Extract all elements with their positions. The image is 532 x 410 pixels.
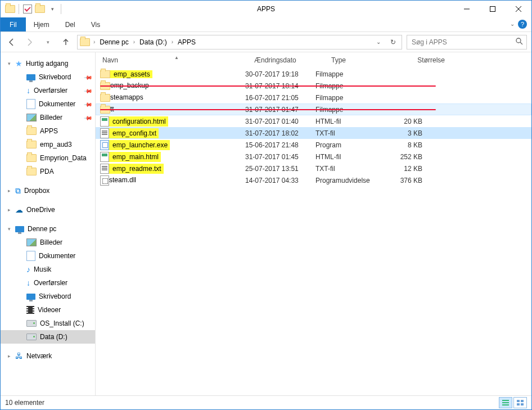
file-row[interactable]: emp_backup31-07-2017 18:14Filmappe [96,80,531,92]
app-icon[interactable] [4,3,16,15]
file-row[interactable]: emp_main.html31-07-2017 01:45HTML-fil252… [96,151,531,163]
file-list[interactable]: Navn▲ Ændringsdato Type Størrelse emp_as… [96,52,531,395]
exef-icon [100,140,109,150]
txtf-icon [100,128,109,138]
search-icon[interactable] [515,37,523,47]
nav-item[interactable]: OS_Install (C:) [1,317,95,330]
nav-network[interactable]: ▸🖧Netværk [1,349,95,363]
ribbon-expand-icon[interactable]: ⌄ [510,21,515,27]
document-icon [26,99,35,109]
up-button[interactable] [59,35,73,49]
nav-item[interactable]: Skrivebord [1,290,95,303]
ribbon: Fil Hjem Del Vis ⌄ ? [1,17,531,32]
red-annotation [100,109,436,110]
pin-icon: 📌 [84,73,93,82]
recent-dropdown-icon[interactable]: ▾ [41,35,55,49]
caret-down-icon[interactable]: ▾ [6,61,12,66]
file-name: steam.dll [109,176,136,184]
file-row[interactable]: configuration.html31-07-2017 01:40HTML-f… [96,115,531,127]
star-icon: ★ [15,59,22,68]
refresh-icon[interactable]: ↻ [387,38,399,46]
file-row[interactable]: emp_assets30-07-2017 19:18Filmappe [96,68,531,80]
nav-item[interactable]: ♪Musik [1,263,95,276]
forward-button[interactable] [23,35,37,49]
qat-newfolder-icon[interactable] [34,3,46,15]
nav-item[interactable]: Videoer [1,303,95,317]
nav-item[interactable]: Billeder📌 [1,111,95,124]
qat-properties-icon[interactable] [21,3,34,15]
folder-icon [26,168,37,175]
navigation-pane[interactable]: ▾ ★ Hurtig adgang Skrivebord📌 ↓Overførsl… [1,52,96,395]
sort-asc-icon: ▲ [174,55,179,60]
window-title: APPS [1,5,531,13]
nav-quick-access[interactable]: ▾ ★ Hurtig adgang [1,57,95,70]
file-type: HTML-fil [315,118,382,125]
file-row[interactable]: tt31-07-2017 01:47Filmappe [96,103,531,115]
search-input[interactable] [411,38,515,47]
caret-down-icon[interactable]: ▾ [6,226,12,232]
column-size[interactable]: Størrelse [398,56,452,64]
breadcrumb-item[interactable]: APPS [177,38,197,46]
column-date[interactable]: Ændringsdato [247,56,324,64]
download-icon: ↓ [26,278,30,287]
nav-onedrive[interactable]: ▸☁OneDrive [1,203,95,217]
help-icon[interactable]: ? [518,20,527,29]
nav-item[interactable]: Dokumenter📌 [1,97,95,111]
column-name[interactable]: Navn▲ [96,56,247,64]
breadcrumb-item[interactable]: Data (D:) [138,38,168,46]
column-type[interactable]: Type [324,56,398,64]
nav-dropbox[interactable]: ▸⧉Dropbox [1,184,95,197]
status-text: 10 elementer [5,399,44,407]
address-folder-icon [80,38,90,46]
nav-item[interactable]: Empyrion_Data [1,151,95,165]
chevron-right-icon[interactable]: › [132,39,136,45]
file-row[interactable]: steam.dll14-07-2017 04:33Programudvidels… [96,174,531,186]
view-details-icon[interactable] [499,397,512,408]
file-type: TXT-fil [315,129,382,137]
tab-home[interactable]: Hjem [26,17,57,31]
tab-share[interactable]: Del [57,17,83,31]
svg-rect-1 [490,7,495,12]
address-dropdown-icon[interactable]: ⌄ [372,39,385,45]
qat-dropdown-icon[interactable]: ▾ [46,3,58,15]
nav-item[interactable]: Billeder [1,236,95,249]
file-date: 14-07-2017 04:33 [245,177,315,184]
file-row[interactable]: emp_launcher.exe15-06-2017 21:48Program8… [96,139,531,151]
caret-right-icon[interactable]: ▸ [6,353,12,359]
folder-icon [100,70,110,78]
drive-icon [26,320,37,327]
chevron-right-icon[interactable]: › [170,39,174,45]
file-row[interactable]: emp_readme.txt25-07-2017 13:51TXT-fil12 … [96,163,531,174]
file-size: 20 KB [382,118,429,125]
close-button[interactable] [506,1,531,17]
pin-icon: 📌 [84,113,93,122]
folder-icon [26,154,37,162]
nav-item[interactable]: ↓Overførsler [1,276,95,290]
file-row[interactable]: emp_config.txt31-07-2017 18:02TXT-fil3 K… [96,127,531,139]
file-row[interactable]: steamapps16-07-2017 21:05Filmappe [96,92,531,103]
nav-item[interactable]: emp_aud3 [1,138,95,151]
view-large-icon[interactable] [513,397,527,408]
address-bar[interactable]: › Denne pc › Data (D:) › APPS ⌄ ↻ [77,35,402,49]
maximize-button[interactable] [480,1,506,17]
nav-item[interactable]: Dokumenter [1,249,95,263]
back-button[interactable] [5,35,19,49]
chevron-right-icon[interactable]: › [92,39,96,45]
caret-right-icon[interactable]: ▸ [6,188,12,193]
nav-this-pc[interactable]: ▾Denne pc [1,222,95,236]
breadcrumb-item[interactable]: Denne pc [98,38,129,46]
nav-item[interactable]: Skrivebord📌 [1,70,95,84]
caret-right-icon[interactable]: ▸ [6,207,12,213]
tab-view[interactable]: Vis [83,17,108,31]
file-name: emp_config.txt [112,129,156,137]
nav-item[interactable]: Data (D:) [1,330,95,344]
svg-point-4 [516,38,521,43]
qat-separator-2 [61,4,61,14]
nav-item[interactable]: APPS [1,124,95,138]
nav-item[interactable]: PDA [1,165,95,178]
nav-item[interactable]: ↓Overførsler📌 [1,84,95,97]
search-box[interactable] [407,35,527,49]
tab-file[interactable]: Fil [1,17,26,31]
minimize-button[interactable] [454,1,480,17]
file-date: 25-07-2017 13:51 [245,165,315,173]
